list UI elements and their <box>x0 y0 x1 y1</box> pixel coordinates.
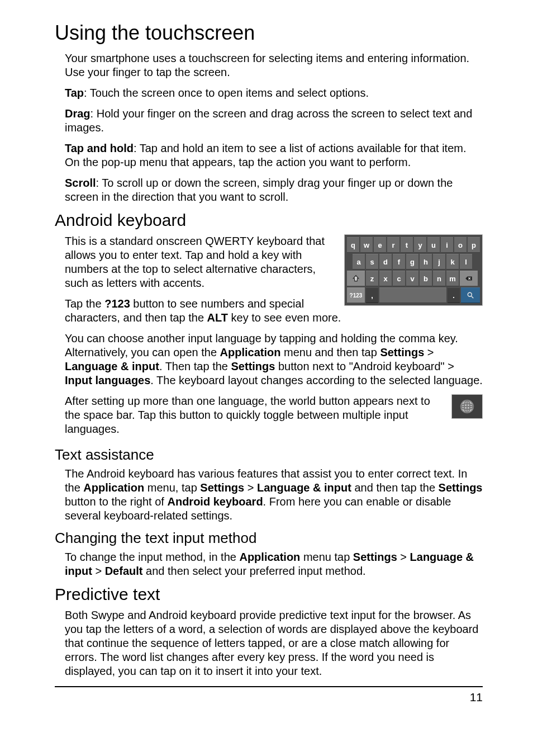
key-s: s <box>366 254 378 270</box>
key-z: z <box>366 271 378 286</box>
cm-def: Default <box>105 565 143 577</box>
key-space <box>379 287 446 303</box>
search-icon <box>461 287 480 303</box>
scroll-paragraph: Scroll: To scroll up or down the screen,… <box>55 176 483 204</box>
ta-p1d: and then tap the <box>351 481 439 494</box>
ta-p1e: button to the right of <box>65 495 167 508</box>
page-number: 11 <box>470 691 483 704</box>
svg-point-0 <box>468 292 472 296</box>
ta-p1c: > <box>244 481 257 494</box>
key-i: i <box>441 237 453 253</box>
ta-p1b: menu, tap <box>144 481 200 494</box>
key-m: m <box>446 271 459 286</box>
key-u: u <box>427 237 440 253</box>
kb-p3-inputlang: Input languages <box>65 374 150 386</box>
key-w: w <box>360 237 373 253</box>
drag-paragraph: Drag: Hold your finger on the screen and… <box>55 107 483 135</box>
kb-p3f: . The keyboard layout changes according … <box>150 374 482 386</box>
cm-p1e: and then select your preferred input met… <box>142 565 365 577</box>
predictive-text-heading: Predictive text <box>55 585 483 604</box>
changing-method-heading: Changing the text input method <box>55 530 483 547</box>
drag-label: Drag <box>65 107 91 120</box>
key-b: b <box>420 271 432 286</box>
page-footer: 11 <box>55 691 483 715</box>
globe-icon <box>451 394 483 419</box>
scroll-text: : To scroll up or down the screen, simpl… <box>65 177 453 203</box>
key-e: e <box>374 237 386 253</box>
key-l: l <box>460 254 472 270</box>
ta-settings2: Settings <box>439 481 483 494</box>
key-k: k <box>446 254 459 270</box>
key-x: x <box>379 271 392 286</box>
tap-text: : Touch the screen once to open items an… <box>84 87 369 99</box>
pt-paragraph: Both Swype and Android keyboard provide … <box>55 608 483 678</box>
key-p: p <box>468 237 480 253</box>
key-r: r <box>387 237 399 253</box>
key-d: d <box>379 254 392 270</box>
kb-p3b: menu and then tap <box>280 346 380 358</box>
tap-label: Tap <box>65 87 84 99</box>
cm-p1a: To change the input method, in the <box>65 551 239 563</box>
ta-settings: Settings <box>200 481 244 494</box>
keyboard-row-4: ?123 , . <box>347 287 480 303</box>
ta-akbd: Android keyboard <box>167 495 263 508</box>
keyboard-row-1: q w e r t y u i o p <box>347 237 480 253</box>
manual-page: Using the touchscreen Your smartphone us… <box>0 0 533 756</box>
kb-p3d: . Then tap the <box>159 360 231 372</box>
key-j: j <box>433 254 445 270</box>
key-h: h <box>420 254 432 270</box>
key-o: o <box>454 237 467 253</box>
key-n: n <box>433 271 445 286</box>
kb-p3c: > <box>424 346 434 358</box>
key-v: v <box>406 271 418 286</box>
footer-divider <box>55 686 483 687</box>
android-keyboard-section: q w e r t y u i o p a s d f g h j k l <box>55 234 483 332</box>
key-a: a <box>353 254 365 270</box>
keyboard-figure: q w e r t y u i o p a s d f g h j k l <box>344 234 483 306</box>
key-comma: , <box>366 287 378 303</box>
kb-paragraph-3: You can choose another input language by… <box>55 332 483 388</box>
kb-p2-alt: ALT <box>207 311 228 324</box>
key-q: q <box>347 237 359 253</box>
key-t: t <box>401 237 413 253</box>
kb-p2c: key to see even more. <box>228 311 341 324</box>
ta-app: Application <box>83 481 144 494</box>
kb-paragraph-4: After setting up more than one language,… <box>55 394 483 436</box>
kb-p2a: Tap the <box>65 297 104 310</box>
kb-globe-section: After setting up more than one language,… <box>55 394 483 443</box>
svg-line-1 <box>472 296 474 299</box>
key-numbers: ?123 <box>347 287 365 303</box>
backspace-icon <box>460 271 478 286</box>
cm-p1c: > <box>397 551 410 563</box>
key-c: c <box>393 271 405 286</box>
keyboard-row-2: a s d f g h j k l <box>347 254 480 270</box>
intro-paragraph: Your smartphone uses a touchscreen for s… <box>55 51 483 79</box>
cm-app: Application <box>239 551 300 563</box>
shift-icon <box>347 271 365 286</box>
keyboard-row-3: z x c v b n m <box>347 271 480 286</box>
kb-p2-btn: ?123 <box>104 297 130 310</box>
key-f: f <box>393 254 405 270</box>
kb-p3e: button next to "Android keyboard" > <box>275 360 454 372</box>
page-title: Using the touchscreen <box>55 21 483 45</box>
key-g: g <box>406 254 418 270</box>
key-y: y <box>414 237 426 253</box>
ta-paragraph: The Android keyboard has various feature… <box>55 467 483 523</box>
cm-p1b: menu tap <box>300 551 353 563</box>
text-assistance-heading: Text assistance <box>55 446 483 464</box>
ta-lang: Language & input <box>257 481 351 494</box>
cm-settings: Settings <box>353 551 397 563</box>
scroll-label: Scroll <box>65 177 96 189</box>
drag-text: : Hold your finger on the screen and dra… <box>65 107 472 134</box>
taphold-paragraph: Tap and hold: Tap and hold an item to se… <box>55 141 483 169</box>
tap-paragraph: Tap: Touch the screen once to open items… <box>55 86 483 100</box>
kb-p3-settings: Settings <box>380 346 424 358</box>
cm-paragraph: To change the input method, in the Appli… <box>55 550 483 578</box>
kb-p3-lang: Language & input <box>65 360 159 372</box>
kb-p3-app: Application <box>220 346 281 358</box>
kb-p3-settings2: Settings <box>231 360 275 372</box>
taphold-label: Tap and hold <box>65 142 134 154</box>
android-keyboard-heading: Android keyboard <box>55 211 483 230</box>
key-period: . <box>448 287 460 303</box>
cm-p1d: > <box>92 565 105 577</box>
